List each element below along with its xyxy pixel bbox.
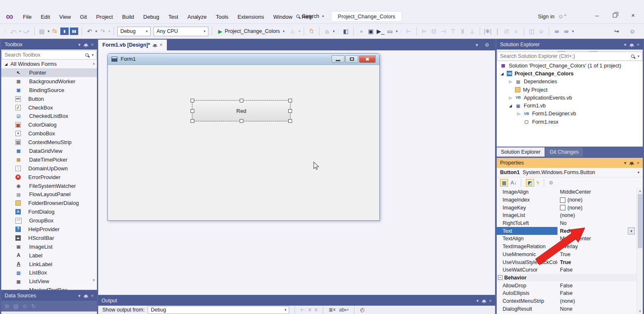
properties-object-selector[interactable]: Button1 System.Windows.Forms.Button ▾ (497, 168, 643, 177)
value-dropdown-button[interactable]: ▾ (628, 227, 635, 234)
next-message-icon[interactable]: ≡ (315, 307, 317, 313)
solution-configuration-combo[interactable]: Debug▾ (117, 27, 151, 36)
size-to-grid-button[interactable]: ⌠ (493, 26, 501, 36)
toolbox-item-imagelist[interactable]: ▣ImageList (1, 242, 97, 251)
navigate-forward-button[interactable]: ⤻ (22, 26, 31, 36)
chevron-down-icon[interactable]: ▾ (476, 298, 479, 304)
scrollbar-thumb[interactable] (638, 194, 642, 248)
toolbox-item-listbox[interactable]: ▤ListBox (1, 268, 97, 277)
solution-explorer-search-input[interactable] (500, 53, 629, 59)
pin-icon[interactable] (84, 295, 87, 297)
data-sources-title-bar[interactable]: Data Sources ▾ × (1, 291, 97, 301)
resize-handle-n[interactable] (240, 99, 243, 102)
designed-button-red[interactable]: Red (192, 100, 290, 121)
property-row-imagelist[interactable]: ImageList(none) (497, 212, 637, 219)
menu-tools[interactable]: Tools (211, 12, 233, 21)
tablet-device-icon[interactable]: ▭ (386, 26, 394, 36)
tree-node-form1-resx[interactable]: ▢Form1.resx (497, 118, 643, 126)
scroll-down-icon[interactable]: ▼ (92, 278, 96, 282)
minimize-button[interactable]: – (595, 11, 599, 20)
property-row-allowdrop[interactable]: AllowDropFalse (497, 282, 637, 289)
output-source-combo[interactable]: Debug▾ (148, 306, 289, 314)
toolbox-item-linklabel[interactable]: ALinkLabel (1, 260, 97, 269)
property-pages-icon[interactable]: ⚙ (549, 180, 553, 186)
property-row-textalign[interactable]: TextAlignMiddleCenter (497, 235, 637, 243)
web-browser-button[interactable]: ⌂ (323, 26, 331, 36)
expander-collapsed-icon[interactable]: ▷ (508, 80, 513, 84)
expander-collapsed-icon[interactable]: ▷ (508, 96, 513, 100)
package-icon[interactable]: ▣ (367, 26, 375, 36)
close-icon[interactable]: × (637, 160, 639, 165)
spacing-button[interactable]: |✱| (483, 26, 492, 36)
property-row-imageindex[interactable]: ImageIndex(none) (497, 196, 637, 204)
toolbox-item-combobox[interactable]: ▾ComboBox (1, 129, 97, 138)
output-title-bar[interactable]: Output ▾ × (98, 296, 495, 306)
toolbox-search-box[interactable]: ▾ (2, 50, 97, 60)
tree-node-my-project[interactable]: My Project (497, 86, 643, 94)
toolbox-search-input[interactable] (5, 52, 83, 58)
tree-node-project-change-colors[interactable]: ◢VBProject_Change_Colors (497, 70, 643, 77)
property-value[interactable]: False (557, 266, 637, 274)
zoom-button[interactable]: ⌕ (512, 26, 520, 36)
property-value[interactable]: No (557, 219, 637, 227)
prev-message-icon[interactable]: ≡ (308, 307, 311, 313)
clear-all-icon[interactable]: ≣× (329, 307, 336, 313)
clock-icon[interactable]: ◴ (360, 307, 364, 313)
toolbox-item-datagridview[interactable]: ▦DataGridView (1, 147, 97, 155)
property-row-contextmenustrip[interactable]: ContextMenuStrip(none) (497, 297, 637, 305)
tab-solution-explorer[interactable]: Solution Explorer (497, 147, 545, 157)
order-button[interactable]: ◫ (528, 26, 536, 36)
close-icon[interactable]: × (160, 42, 163, 48)
property-row-imagekey[interactable]: ImageKey(none) (497, 204, 637, 212)
close-icon[interactable]: × (91, 293, 94, 298)
property-value[interactable]: False (557, 282, 637, 289)
toolbox-item-backgroundworker[interactable]: ▦BackgroundWorker (1, 77, 97, 86)
align-tops-button[interactable]: ⊤ (449, 26, 457, 36)
property-value[interactable]: (none) (557, 212, 637, 219)
property-category-behavior[interactable]: −Behavior (497, 274, 637, 282)
property-value[interactable]: MiddleCenter (557, 188, 637, 196)
expander-expanded-icon[interactable]: ◢ (500, 72, 504, 76)
align-middles-button[interactable]: ⊻ (458, 26, 467, 36)
tree-node-form1-designer-vb[interactable]: ▷VBForm1.Designer.vb (497, 110, 643, 118)
chevron-down-icon[interactable]: ▾ (78, 293, 81, 299)
menu-window[interactable]: Window (269, 12, 297, 21)
chevron-down-icon[interactable]: ▾ (476, 42, 478, 48)
toolbox-item-colordialog[interactable]: ▦ColorDialog (1, 120, 97, 129)
close-icon[interactable]: × (637, 42, 639, 47)
pin-icon[interactable] (483, 300, 485, 302)
menu-edit[interactable]: Edit (36, 12, 54, 21)
link-button[interactable]: ∞ (552, 26, 561, 36)
toolbox-item-checkedlistbox[interactable]: ☑CheckedListBox (1, 112, 97, 120)
tab-git-changes[interactable]: Git Changes (545, 147, 582, 157)
menu-project[interactable]: Project (92, 12, 117, 21)
property-row-usewaitcursor[interactable]: UseWaitCursorFalse (497, 266, 637, 274)
find-message-icon[interactable]: ⊢ (300, 307, 305, 313)
align-centers-button[interactable]: ⊡ (430, 26, 438, 36)
events-button[interactable]: ϟ (537, 180, 539, 186)
add-data-source-icon[interactable]: ⊞ (5, 303, 9, 309)
form-client-area[interactable] (109, 65, 378, 219)
toolbox-item-fontdialog[interactable]: AFontDialog (1, 207, 97, 216)
start-debugging-button[interactable]: ▶ Project_Change_Colors ▾ (215, 26, 287, 36)
menu-extensions[interactable]: Extensions (233, 12, 269, 21)
undo-button[interactable]: ↶ (85, 26, 94, 36)
group-button[interactable]: ⎉ (537, 26, 545, 36)
tree-node-applicationevents-vb[interactable]: ▷VBApplicationEvents.vb (497, 94, 643, 102)
hot-reload-button[interactable]: ♨ (288, 26, 297, 36)
toolbox-item-filesystemwatcher[interactable]: ◉FileSystemWatcher (1, 182, 97, 190)
solution-explorer-title-bar[interactable]: Solution Explorer ▾ × (497, 40, 643, 50)
resize-handle-se[interactable] (288, 119, 292, 123)
property-value[interactable]: True (557, 258, 637, 266)
fit-button[interactable]: ⎚ (503, 26, 511, 36)
resize-handle-sw[interactable] (191, 119, 194, 123)
sign-in-button[interactable]: Sign in ☺⁺ (538, 13, 567, 20)
align-lefts-button[interactable]: ⊨ (420, 26, 429, 36)
property-value[interactable]: (none) (557, 196, 637, 204)
toolbox-item-helpprovider[interactable]: ?HelpProvider (1, 225, 97, 234)
configure-icon[interactable]: ⊝ (22, 303, 27, 309)
chevron-down-icon[interactable]: ▾ (624, 42, 627, 47)
property-value[interactable]: True (557, 251, 637, 259)
align-rights-button[interactable]: ⊣ (439, 26, 448, 36)
expander-expanded-icon[interactable]: ◢ (508, 104, 513, 108)
